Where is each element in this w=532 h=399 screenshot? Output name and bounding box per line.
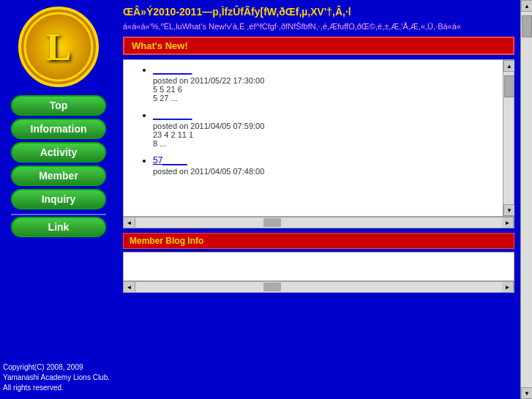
scroll-up-arrow[interactable]: ▲ <box>503 60 514 72</box>
member-scroll-left[interactable]: ◄ <box>124 282 135 292</box>
member-scroll-thumb[interactable] <box>263 283 281 291</box>
blog-scrollbar-horizontal[interactable]: ◄ ► <box>123 217 514 228</box>
sidebar-divider <box>11 214 106 215</box>
member-blog-label: Member Blog Info <box>123 233 514 249</box>
scroll-down-arrow[interactable]: ▼ <box>503 204 514 216</box>
blog-post-2-meta1: 23 4 2 11 1 <box>153 130 497 139</box>
window-scroll-up[interactable]: ▲ <box>521 0 532 12</box>
scroll-left-arrow[interactable]: ◄ <box>124 217 135 228</box>
nav-button-inquiry[interactable]: Inquiry <box>11 189 106 209</box>
member-scroll-right[interactable]: ► <box>502 282 514 292</box>
member-blog-area <box>123 252 514 281</box>
scroll-thumb-h[interactable] <box>263 218 281 227</box>
blog-post-1: ________ posted on 2011/05/22 17:30:00 5… <box>153 64 497 102</box>
blog-post-3: 57_____ posted on 2011/04/05 07:48:00 <box>153 155 497 176</box>
blog-scroll-area[interactable]: ________ posted on 2011/05/22 17:30:00 5… <box>123 59 503 217</box>
member-scrollbar-horizontal[interactable]: ◄ ► <box>123 281 514 293</box>
blog-post-2: ________ posted on 2011/04/05 07:59:00 2… <box>153 110 497 148</box>
main-content: ŒÂ»Ý2010-2011—p,ÌfzÛfÃfy[fW,ðŒf,µ,XV'†,Â… <box>117 0 520 399</box>
blog-post-3-title[interactable]: 57_____ <box>153 155 187 165</box>
lions-logo: L <box>18 7 99 87</box>
nav-button-activity[interactable]: Activity <box>11 142 106 163</box>
blog-post-2-date: posted on 2011/04/05 07:59:00 <box>153 122 497 130</box>
scroll-thumb-v[interactable] <box>504 75 514 97</box>
member-scroll-track <box>135 282 502 292</box>
nav-button-link[interactable]: Link <box>11 217 106 237</box>
blog-post-3-date: posted on 2011/04/05 07:48:00 <box>153 167 497 176</box>
window-scroll-track <box>521 12 532 387</box>
whats-new-button[interactable]: What's New! <box>123 37 514 55</box>
blog-scrollbar-vertical[interactable]: ▲ ▼ <box>503 59 514 217</box>
scroll-right-arrow[interactable]: ► <box>502 217 514 228</box>
window-scrollbar-right[interactable]: ▲ ▼ <box>520 0 532 399</box>
subtitle-line: á«á«á«'%,ºÈL,luWhat's New!v'à,È ,éf^fCfg… <box>123 22 514 31</box>
blog-post-1-title[interactable]: ________ <box>153 64 192 75</box>
blog-post-1-meta1: 5 5 21 6 <box>153 85 497 94</box>
window-scroll-thumb[interactable] <box>522 15 532 37</box>
blog-post-2-meta2: 8 ... <box>153 139 497 148</box>
scroll-track-h <box>135 217 502 228</box>
page-title: ŒÂ»Ý2010-2011—p,ÌfzÛfÃfy[fW,ðŒf,µ,XV'†,Â… <box>123 6 514 18</box>
nav-button-member[interactable]: Member <box>11 165 106 186</box>
logo-area: L <box>11 3 106 91</box>
blog-post-1-meta2: 5 27 ... <box>153 94 497 102</box>
nav-button-information[interactable]: Information <box>11 119 106 139</box>
window-scroll-down[interactable]: ▼ <box>521 387 532 399</box>
copyright-text: Copyright(C) 2008, 2009 Yamanashi Academ… <box>3 362 110 393</box>
logo-letter: L <box>46 26 72 69</box>
blog-post-2-title[interactable]: ________ <box>153 110 192 120</box>
sidebar: L Top Information Activity Member Inquir… <box>0 0 117 399</box>
nav-button-top[interactable]: Top <box>11 95 106 116</box>
scroll-track-v <box>503 72 514 204</box>
blog-post-1-date: posted on 2011/05/22 17:30:00 <box>153 76 497 85</box>
